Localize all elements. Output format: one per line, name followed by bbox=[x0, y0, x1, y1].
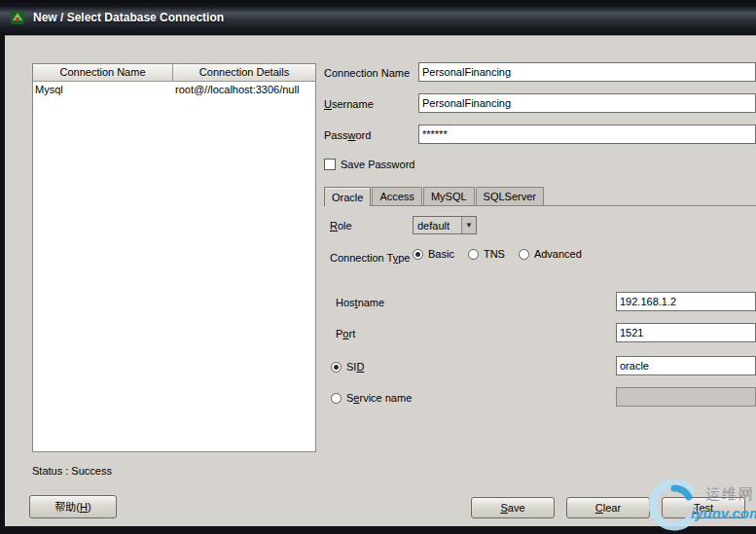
service-name-radio[interactable] bbox=[331, 393, 342, 404]
role-label: Role bbox=[330, 220, 352, 231]
column-header-connection-details[interactable]: Connection Details bbox=[173, 64, 315, 82]
table-row[interactable]: Mysql root@//localhost:3306/null bbox=[33, 82, 315, 97]
connections-table: Connection Name Connection Details Mysql… bbox=[32, 63, 316, 452]
tabbar: Oracle Access MySQL SQLServer bbox=[324, 185, 756, 206]
radio-advanced[interactable]: Advanced bbox=[519, 248, 582, 260]
window: New / Select Database Connection Connect… bbox=[0, 0, 756, 534]
sid-input[interactable] bbox=[616, 356, 756, 375]
radio-tns-control[interactable] bbox=[468, 249, 479, 260]
tab-oracle[interactable]: Oracle bbox=[324, 187, 371, 206]
status-text: Status : Success bbox=[32, 465, 112, 477]
chevron-down-icon[interactable]: ▼ bbox=[461, 217, 476, 233]
role-dropdown[interactable]: default ▼ bbox=[413, 216, 477, 234]
connections-table-header: Connection Name Connection Details bbox=[33, 64, 315, 82]
clear-button[interactable]: Clear bbox=[566, 497, 650, 518]
cell-connection-name[interactable]: Mysql bbox=[33, 82, 173, 97]
sid-radio[interactable] bbox=[331, 362, 342, 373]
titlebar: New / Select Database Connection bbox=[0, 0, 756, 35]
help-button[interactable]: 帮助(H) bbox=[29, 495, 117, 518]
password-label: Password bbox=[324, 129, 371, 141]
tab-access[interactable]: Access bbox=[372, 187, 421, 205]
radio-basic-control[interactable] bbox=[413, 249, 423, 260]
hostname-input[interactable] bbox=[616, 292, 756, 311]
sid-label: SID bbox=[346, 361, 364, 373]
test-button[interactable]: Test bbox=[662, 497, 745, 518]
dialog-body: Connection Name Connection Details Mysql… bbox=[5, 35, 756, 526]
username-input[interactable] bbox=[418, 93, 756, 113]
radio-tns-label: TNS bbox=[484, 248, 505, 260]
hostname-label: Hostname bbox=[336, 297, 384, 308]
radio-advanced-label: Advanced bbox=[534, 248, 582, 260]
connection-name-input[interactable] bbox=[418, 62, 756, 82]
connection-type-radio-group: Basic TNS Advanced bbox=[413, 248, 582, 260]
radio-basic[interactable]: Basic bbox=[413, 248, 454, 260]
radio-tns[interactable]: TNS bbox=[468, 248, 505, 260]
connection-name-label: Connection Name bbox=[324, 67, 410, 79]
save-button[interactable]: Save bbox=[471, 497, 555, 518]
role-selected-value: default bbox=[414, 220, 461, 231]
radio-advanced-control[interactable] bbox=[519, 249, 529, 260]
radio-basic-label: Basic bbox=[428, 248, 454, 260]
app-icon bbox=[10, 10, 25, 25]
sid-option[interactable]: SID bbox=[331, 361, 364, 373]
port-label: Port bbox=[336, 328, 355, 339]
username-label: Username bbox=[324, 98, 374, 110]
save-password-checkbox[interactable] bbox=[324, 159, 336, 170]
port-input[interactable] bbox=[616, 323, 756, 342]
tab-mysql[interactable]: MySQL bbox=[423, 187, 475, 205]
service-name-input bbox=[616, 387, 756, 407]
save-password-option[interactable]: Save Password bbox=[324, 159, 414, 170]
password-input[interactable] bbox=[418, 125, 756, 144]
tab-sqlserver[interactable]: SQLServer bbox=[476, 187, 544, 205]
service-name-label: Service name bbox=[346, 392, 412, 404]
column-header-connection-name[interactable]: Connection Name bbox=[33, 64, 173, 82]
service-name-option[interactable]: Service name bbox=[331, 392, 412, 404]
window-title: New / Select Database Connection bbox=[33, 11, 224, 24]
connection-type-label: Connection Type bbox=[330, 252, 410, 264]
cell-connection-details[interactable]: root@//localhost:3306/null bbox=[173, 82, 315, 97]
save-password-label: Save Password bbox=[341, 159, 414, 170]
